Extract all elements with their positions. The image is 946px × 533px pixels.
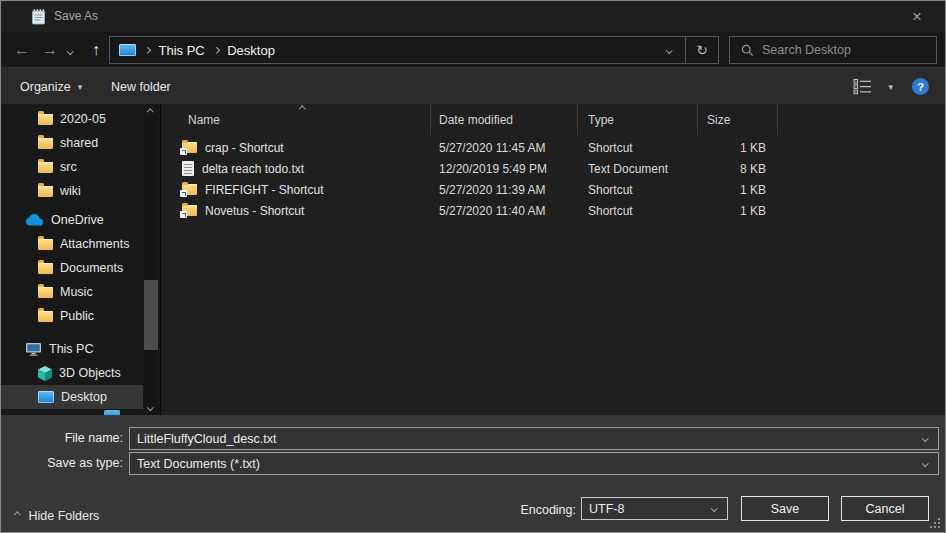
up-button[interactable]: ↑ bbox=[83, 36, 109, 63]
notepad-icon bbox=[30, 8, 47, 25]
save-as-dialog: Save As × ← → ↑ This PC Desktop ↻ bbox=[0, 0, 946, 533]
file-size: 8 KB bbox=[698, 162, 778, 176]
sidebar-scrollbar[interactable] bbox=[144, 104, 158, 415]
refresh-button[interactable]: ↻ bbox=[686, 42, 718, 58]
sidebar-item-label: This PC bbox=[49, 342, 93, 356]
sidebar-item-shared[interactable]: shared bbox=[1, 131, 143, 155]
recent-locations-button[interactable] bbox=[63, 44, 77, 58]
hide-folders-button[interactable]: Hide Folders bbox=[15, 503, 99, 528]
file-name: FIREFIGHT - Shortcut bbox=[205, 183, 323, 197]
scroll-up-icon[interactable] bbox=[147, 109, 153, 115]
save-as-type-dropdown[interactable]: Text Documents (*.txt) bbox=[129, 452, 939, 475]
address-bar[interactable]: This PC Desktop ↻ bbox=[109, 36, 719, 64]
folder-icon bbox=[38, 186, 53, 197]
organize-button[interactable]: Organize ▾ bbox=[20, 69, 82, 104]
column-header-type[interactable]: Type bbox=[578, 104, 698, 135]
file-date: 5/27/2020 11:45 AM bbox=[431, 141, 578, 155]
folder-icon bbox=[38, 162, 53, 173]
sidebar-item-2020-05[interactable]: 2020-05 bbox=[1, 107, 143, 131]
cancel-button[interactable]: Cancel bbox=[841, 496, 929, 521]
column-header-date-modified[interactable]: Date modified bbox=[431, 104, 578, 135]
scrollbar-thumb[interactable] bbox=[144, 280, 158, 350]
sidebar-item-src[interactable]: src bbox=[1, 155, 143, 179]
file-name-combobox[interactable] bbox=[129, 427, 939, 450]
file-name-label: File name: bbox=[1, 431, 123, 445]
sidebar-item-desktop[interactable]: Desktop bbox=[1, 385, 143, 409]
forward-button[interactable]: → bbox=[37, 36, 63, 63]
file-type: Shortcut bbox=[578, 204, 698, 218]
encoding-dropdown[interactable]: UTF-8 bbox=[581, 497, 728, 520]
breadcrumb-this-pc[interactable]: This PC bbox=[159, 43, 205, 58]
file-type: Shortcut bbox=[578, 141, 698, 155]
sidebar-item-attachments[interactable]: Attachments bbox=[1, 232, 143, 256]
resize-grip-icon[interactable] bbox=[930, 518, 932, 520]
chevron-down-icon[interactable] bbox=[922, 435, 928, 441]
sort-ascending-icon bbox=[299, 106, 305, 112]
breadcrumb-desktop[interactable]: Desktop bbox=[227, 43, 275, 58]
sidebar-item-wiki[interactable]: wiki bbox=[1, 179, 143, 203]
column-label: Name bbox=[188, 113, 220, 127]
search-input[interactable] bbox=[754, 43, 936, 57]
search-box[interactable] bbox=[729, 36, 937, 64]
new-folder-button[interactable]: New folder bbox=[111, 69, 171, 104]
sidebar-item-this-pc[interactable]: This PC bbox=[1, 337, 143, 361]
cancel-label: Cancel bbox=[866, 502, 905, 516]
folder-icon bbox=[38, 138, 53, 149]
breadcrumb-separator-icon bbox=[213, 47, 219, 53]
sidebar-item-onedrive[interactable]: OneDrive bbox=[1, 208, 143, 232]
dropdown-triangle-icon: ▾ bbox=[78, 82, 83, 92]
folder-icon bbox=[38, 114, 53, 125]
chevron-down-icon bbox=[711, 505, 717, 511]
computer-icon bbox=[25, 342, 42, 356]
table-row[interactable]: FIREFIGHT - Shortcut 5/27/2020 11:39 AM … bbox=[162, 179, 945, 200]
sidebar-item-label: 2020-05 bbox=[60, 112, 106, 126]
address-dropdown-icon[interactable] bbox=[666, 47, 672, 53]
folder-shortcut-icon bbox=[182, 184, 197, 195]
column-label: Date modified bbox=[439, 113, 513, 127]
forward-icon: → bbox=[42, 41, 58, 59]
refresh-icon: ↻ bbox=[696, 42, 708, 58]
file-date: 12/20/2019 5:49 PM bbox=[431, 162, 578, 176]
shortcut-arrow-icon bbox=[180, 190, 187, 197]
window-title: Save As bbox=[54, 9, 98, 23]
help-button[interactable]: ? bbox=[912, 78, 929, 95]
search-icon bbox=[741, 44, 754, 57]
main-area: 2020-05 shared src wiki OneDrive bbox=[1, 104, 945, 415]
view-dropdown-icon[interactable]: ▾ bbox=[888, 82, 893, 92]
column-header-size[interactable]: Size bbox=[698, 104, 778, 135]
text-document-icon bbox=[182, 161, 194, 176]
column-headers: Name Date modified Type Size bbox=[162, 104, 778, 135]
table-row[interactable]: delta reach todo.txt 12/20/2019 5:49 PM … bbox=[162, 158, 945, 179]
sidebar-item-label: Music bbox=[60, 285, 93, 299]
help-icon: ? bbox=[917, 81, 924, 93]
back-button[interactable]: ← bbox=[9, 36, 35, 63]
file-size: 1 KB bbox=[698, 204, 778, 218]
sidebar-item-documents[interactable]: Documents bbox=[1, 256, 143, 280]
file-size: 1 KB bbox=[698, 183, 778, 197]
hide-folders-label: Hide Folders bbox=[29, 509, 100, 523]
scroll-down-icon[interactable] bbox=[147, 404, 153, 410]
table-row[interactable]: crap - Shortcut 5/27/2020 11:45 AM Short… bbox=[162, 137, 945, 158]
sidebar-item-label: wiki bbox=[60, 184, 81, 198]
save-label: Save bbox=[771, 502, 800, 516]
back-icon: ← bbox=[14, 41, 30, 59]
file-name-input[interactable] bbox=[130, 432, 923, 446]
file-name: Novetus - Shortcut bbox=[205, 204, 304, 218]
file-date: 5/27/2020 11:40 AM bbox=[431, 204, 578, 218]
shortcut-arrow-icon bbox=[180, 148, 187, 155]
file-type: Text Document bbox=[578, 162, 698, 176]
close-button[interactable]: × bbox=[895, 1, 939, 32]
sidebar-item-label: Public bbox=[60, 309, 94, 323]
sidebar-item-public[interactable]: Public bbox=[1, 304, 143, 328]
close-icon: × bbox=[912, 7, 922, 27]
bottom-panel: File name: Save as type: Text Documents … bbox=[1, 415, 945, 532]
sidebar-item-label: Documents bbox=[60, 261, 123, 275]
sidebar-item-3d-objects[interactable]: 3D Objects bbox=[1, 361, 143, 385]
save-button[interactable]: Save bbox=[741, 496, 829, 521]
column-header-name[interactable]: Name bbox=[162, 104, 431, 135]
file-rows: crap - Shortcut 5/27/2020 11:45 AM Short… bbox=[162, 137, 945, 221]
sidebar-item-music[interactable]: Music bbox=[1, 280, 143, 304]
details-view-icon[interactable] bbox=[853, 78, 873, 95]
encoding-value: UTF-8 bbox=[582, 502, 712, 516]
table-row[interactable]: Novetus - Shortcut 5/27/2020 11:40 AM Sh… bbox=[162, 200, 945, 221]
